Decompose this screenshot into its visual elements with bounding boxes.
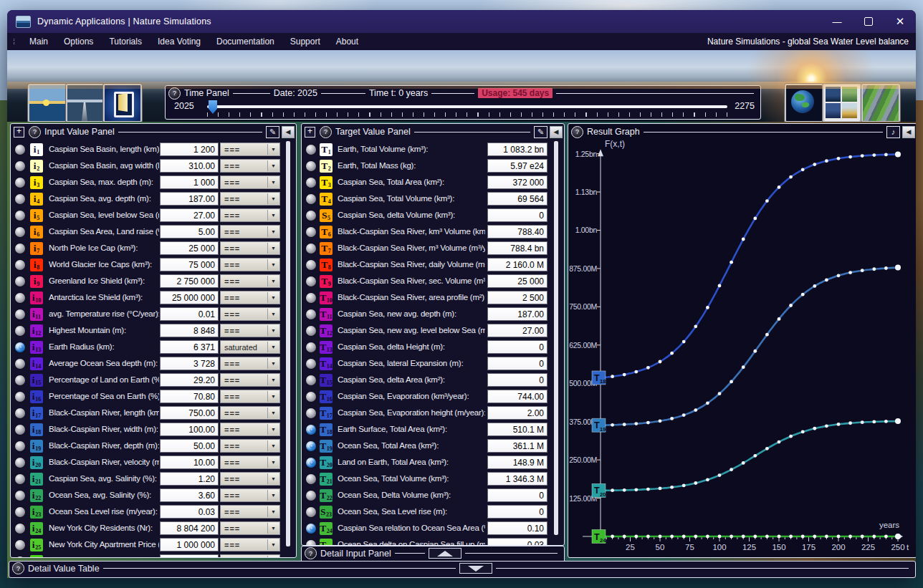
target-row-radio[interactable] [306,342,316,352]
input-row-value[interactable]: 75 000 [160,258,219,271]
input-row-dropdown[interactable]: ===▼ [220,373,280,387]
input-row-dropdown[interactable]: ===▼ [220,143,280,156]
target-row-value[interactable]: 148.9 M [487,456,547,469]
input-row-dropdown[interactable]: ===▼ [220,258,280,271]
input-row-radio[interactable] [15,425,25,435]
menu-item-tutorials[interactable]: Tutorials [101,34,150,49]
input-panel-scrollbar[interactable] [286,141,290,546]
time-slider-track[interactable] [207,105,727,108]
dropdown-arrow-icon[interactable]: ▼ [267,292,279,303]
input-row-radio[interactable] [15,458,25,468]
target-row-value[interactable]: 0 [487,357,547,370]
input-row-dropdown[interactable]: ===▼ [220,472,280,486]
result-graph-collapse-button[interactable]: ◀ [902,126,915,138]
input-row-value[interactable]: 6 371 [160,340,219,354]
dropdown-arrow-icon[interactable]: ▼ [267,193,279,204]
input-row-dropdown[interactable]: ===▼ [220,241,280,255]
target-row-radio[interactable] [306,178,316,188]
dropdown-arrow-icon[interactable]: ▼ [267,210,279,221]
input-row-radio[interactable] [15,326,25,336]
gallery-thumb-sunset[interactable] [28,84,67,122]
input-row-radio[interactable] [15,540,25,550]
input-row-radio[interactable] [15,524,25,534]
dropdown-arrow-icon[interactable]: ▼ [267,556,279,558]
dropdown-arrow-icon[interactable]: ▼ [267,539,279,550]
target-row-radio[interactable] [306,474,316,484]
dropdown-arrow-icon[interactable]: ▼ [267,408,279,418]
input-row-dropdown[interactable]: ===▼ [220,538,280,551]
gallery-thumb-pier[interactable] [66,84,105,122]
input-row-value[interactable]: 3 728 [160,357,219,370]
target-row-value[interactable]: 0 [487,340,547,354]
input-row-value[interactable]: 27.00 [160,208,219,222]
input-row-radio[interactable] [15,276,25,286]
dropdown-arrow-icon[interactable]: ▼ [267,144,279,155]
input-row-radio[interactable] [15,161,25,171]
target-row-radio[interactable] [306,524,316,534]
target-row-value[interactable]: 0.10 [487,521,547,535]
dropdown-arrow-icon[interactable]: ▼ [267,243,279,254]
detail-input-expand-button[interactable] [429,548,462,559]
input-row-dropdown[interactable]: ===▼ [220,554,280,558]
target-row-value[interactable]: 361.1 M [487,439,547,453]
menu-item-about[interactable]: About [328,34,366,49]
target-row-value[interactable]: 788.40 [487,225,547,238]
input-row-dropdown[interactable]: ===▼ [220,439,280,453]
input-row-radio[interactable] [15,309,25,319]
dropdown-arrow-icon[interactable]: ▼ [267,457,279,468]
target-row-value[interactable]: 0 [487,488,547,502]
target-row-value[interactable]: 187.00 [487,307,547,321]
input-row-value[interactable]: 25 000 [160,241,219,255]
input-row-radio[interactable] [15,474,25,484]
input-row-dropdown[interactable]: ===▼ [220,357,280,370]
dropdown-arrow-icon[interactable]: ▼ [267,276,279,286]
gallery-thumb-collage[interactable] [823,84,861,122]
target-row-radio[interactable] [306,309,316,319]
dropdown-arrow-icon[interactable]: ▼ [267,309,279,319]
dropdown-arrow-icon[interactable]: ▼ [267,424,279,435]
dropdown-arrow-icon[interactable]: ▼ [267,391,279,402]
input-row-value[interactable]: 50.00 [160,439,219,453]
input-row-radio[interactable] [15,227,25,237]
target-row-radio[interactable] [306,244,316,254]
close-button[interactable]: ✕ [884,10,916,33]
input-panel-edit-button[interactable]: ✎ [266,126,279,138]
input-row-radio[interactable] [15,556,25,559]
target-row-radio[interactable] [306,211,316,221]
dropdown-arrow-icon[interactable]: ▼ [267,226,279,237]
input-row-value[interactable]: 8 848 [160,324,219,337]
input-row-dropdown[interactable]: ===▼ [220,423,280,436]
gallery-thumb-earth[interactable] [785,84,823,122]
target-row-value[interactable]: 69 564 [487,192,547,206]
input-row-value[interactable]: 2 750 000 [160,274,219,288]
input-row-radio[interactable] [15,491,25,501]
input-row-value[interactable]: 0.01 [160,307,219,321]
target-row-radio[interactable] [306,145,316,155]
target-row-value[interactable]: 2 160.0 M [487,258,547,271]
input-row-radio[interactable] [15,441,25,451]
target-row-radio[interactable] [306,194,316,204]
target-row-radio[interactable] [306,375,316,385]
target-panel-add-button[interactable]: + [305,127,315,138]
input-row-radio[interactable] [15,178,25,188]
target-row-radio[interactable] [306,425,316,435]
target-row-value[interactable]: 25 000 [487,274,547,288]
input-row-dropdown[interactable]: ===▼ [220,307,280,321]
input-row-radio[interactable] [15,375,25,385]
target-row-radio[interactable] [306,326,316,336]
dropdown-arrow-icon[interactable]: ▼ [267,473,279,484]
input-row-value[interactable]: 187.00 [160,192,219,206]
target-row-radio[interactable] [306,441,316,451]
target-row-radio[interactable] [306,359,316,369]
input-row-value[interactable]: 1.20 [160,472,219,486]
input-row-dropdown[interactable]: ===▼ [220,192,280,206]
menu-item-options[interactable]: Options [56,34,101,49]
target-row-value[interactable]: 0.03 [487,538,547,546]
input-row-dropdown[interactable]: ===▼ [220,291,280,304]
menu-item-documentation[interactable]: Documentation [209,34,282,49]
input-row-value[interactable]: 1 200 [160,143,219,156]
result-graph-music-button[interactable]: ♪ [886,126,900,138]
target-row-radio[interactable] [306,161,316,171]
input-row-value[interactable]: 100.00 [160,423,219,436]
dropdown-arrow-icon[interactable]: ▼ [267,523,279,534]
